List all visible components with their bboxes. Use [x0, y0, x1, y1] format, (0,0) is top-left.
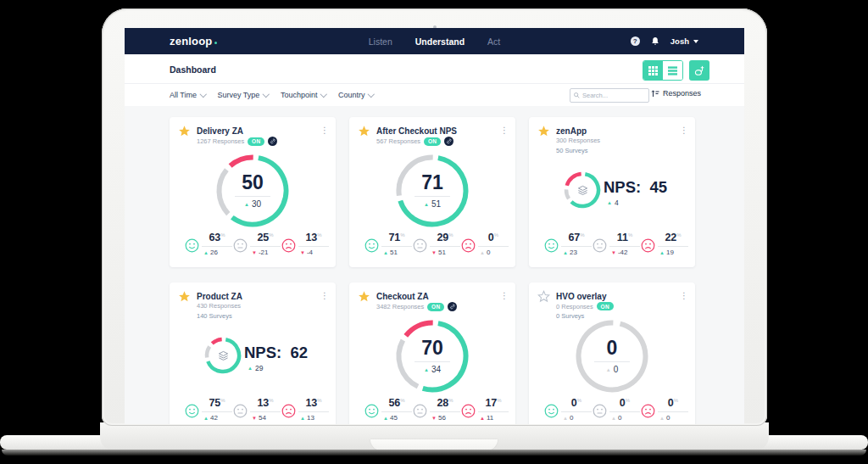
app-window: zenloop Listen Understand Act ? Josh Das…: [125, 28, 744, 424]
survey-card[interactable]: zenApp⋮300 Responses50 SurveysNPS: 45▲46…: [529, 117, 695, 267]
card-menu-icon[interactable]: ⋮: [680, 291, 688, 300]
nps-delta: ▲4: [607, 198, 619, 207]
trend-up-icon: ▲: [383, 416, 388, 421]
nps-breakdown: 63%▲2625%▼-2113%▼-4: [185, 232, 329, 256]
nps-delta: ▲29: [248, 364, 263, 372]
nps-score: 71: [421, 173, 443, 193]
happy-face-icon: [185, 404, 199, 418]
trend-up-icon: ▲: [607, 200, 612, 205]
stat-happy: 63%▲26: [185, 232, 232, 256]
nav-act[interactable]: Act: [487, 36, 500, 47]
star-icon[interactable]: [178, 290, 191, 303]
neutral-face-icon: [233, 404, 248, 418]
trend-up-icon: ▲: [480, 250, 485, 255]
filter-touchpoint[interactable]: Touchpoint: [281, 91, 326, 99]
survey-card[interactable]: HVO overlay⋮0 ResponsesON0 Surveys0▲00%▲…: [529, 282, 695, 424]
survey-card[interactable]: After Checkout NPS⋮567 ResponsesON71▲517…: [349, 117, 515, 267]
nps-breakdown: 75%▲4213%▼5413%▲13: [185, 398, 329, 422]
stat-neutral: 0%▲0: [593, 398, 640, 422]
zenloop-logo[interactable]: zenloop: [170, 35, 217, 48]
trend-up-icon: ▲: [659, 416, 665, 421]
layers-icon: [577, 185, 588, 196]
nav-understand[interactable]: Understand: [415, 36, 465, 47]
star-outline-icon[interactable]: [537, 290, 550, 303]
chevron-down-icon: [263, 91, 270, 98]
list-view-button[interactable]: [663, 61, 682, 80]
star-icon[interactable]: [358, 290, 370, 303]
filter-all-time[interactable]: All Time: [170, 91, 206, 99]
sad-face-icon: [461, 404, 476, 418]
cards-grid: Delivery ZA⋮1267 ResponsesON50▲3063%▲262…: [170, 117, 695, 424]
card-menu-icon[interactable]: ⋮: [320, 126, 329, 135]
bell-icon[interactable]: [651, 36, 659, 46]
trend-up-icon: ▲: [203, 416, 209, 421]
logo-dot-icon: [214, 42, 218, 45]
surveys-count: 50 Surveys: [556, 147, 588, 154]
trend-up-icon: ▲: [300, 416, 305, 421]
nps-delta: ▲30: [244, 199, 261, 209]
laptop-mockup: zenloop Listen Understand Act ? Josh Das…: [0, 0, 868, 464]
happy-face-icon: [544, 404, 559, 418]
star-icon[interactable]: [358, 125, 370, 137]
trend-down-icon: ▼: [252, 416, 257, 421]
stat-neutral: 13%▼54: [233, 398, 281, 422]
sad-face-icon: [461, 238, 476, 253]
chevron-down-icon: [200, 91, 207, 98]
sad-face-icon: [641, 238, 655, 253]
happy-face-icon: [544, 238, 559, 253]
sort-responses[interactable]: Responses: [651, 89, 701, 98]
nps-delta: ▲34: [424, 365, 441, 374]
star-icon[interactable]: [178, 125, 191, 137]
trend-down-icon: ▼: [300, 250, 305, 255]
trend-up-icon: ▲: [424, 367, 429, 372]
happy-face-icon: [364, 404, 379, 418]
nav-links: Listen Understand Act: [369, 36, 501, 47]
sort-icon: [651, 89, 659, 98]
nps-score: 50: [242, 173, 264, 193]
sad-face-icon: [281, 238, 296, 253]
search-input[interactable]: Search...: [570, 88, 649, 103]
nps-score: 70: [421, 338, 443, 358]
neutral-face-icon: [593, 404, 607, 418]
stat-sad: 22%▲19: [641, 232, 688, 256]
nav-listen[interactable]: Listen: [369, 36, 392, 47]
chevron-down-icon: [368, 91, 375, 98]
stat-happy: 75%▲42: [185, 398, 232, 422]
trend-up-icon: ▲: [563, 250, 568, 255]
trend-up-icon: ▲: [383, 250, 388, 255]
star-icon[interactable]: [537, 125, 550, 137]
card-menu-icon[interactable]: ⋮: [680, 126, 688, 135]
stat-sad: 17%▲11: [461, 398, 509, 422]
stat-neutral: 29%▼51: [413, 232, 460, 256]
survey-card[interactable]: Product ZA⋮430 Responses140 SurveysNPS: …: [170, 282, 336, 424]
nps-breakdown: 67%▲2311%▼-4222%▲19: [544, 232, 688, 256]
filter-survey-type[interactable]: Survey Type: [218, 91, 269, 99]
nps-score: NPS: 62: [244, 344, 308, 362]
card-title: After Checkout NPS: [376, 126, 457, 136]
stat-sad: 13%▲13: [281, 398, 329, 422]
nps-score: 0: [607, 338, 618, 358]
survey-card[interactable]: Checkout ZA⋮3482 ResponsesON70▲3456%▲452…: [349, 282, 515, 424]
neutral-face-icon: [413, 404, 427, 418]
card-title: Checkout ZA: [376, 292, 429, 301]
surveys-count: 140 Surveys: [197, 312, 232, 320]
trend-up-icon: ▲: [244, 202, 249, 207]
help-icon[interactable]: ?: [631, 36, 640, 46]
user-menu[interactable]: Josh: [670, 36, 698, 46]
trend-up-icon: ▲: [659, 250, 665, 255]
filter-country[interactable]: Country: [338, 91, 374, 99]
card-menu-icon[interactable]: ⋮: [500, 126, 509, 135]
trend-down-icon: ▼: [431, 250, 437, 255]
trend-down-icon: ▼: [252, 250, 257, 255]
card-menu-icon[interactable]: ⋮: [500, 291, 509, 300]
card-menu-icon[interactable]: ⋮: [320, 291, 329, 300]
nps-delta: ▲51: [424, 199, 441, 209]
compare-button[interactable]: [689, 60, 709, 81]
grid-view-button[interactable]: [643, 61, 663, 80]
page-title: Dashboard: [170, 64, 216, 75]
stat-happy: 0%▲0: [544, 398, 592, 422]
nps-breakdown: 71%▲5129%▼510%▲0: [364, 232, 509, 256]
survey-card[interactable]: Delivery ZA⋮1267 ResponsesON50▲3063%▲262…: [170, 117, 336, 267]
trend-up-icon: ▲: [480, 416, 485, 421]
laptop-base-shadow: [2, 450, 866, 456]
